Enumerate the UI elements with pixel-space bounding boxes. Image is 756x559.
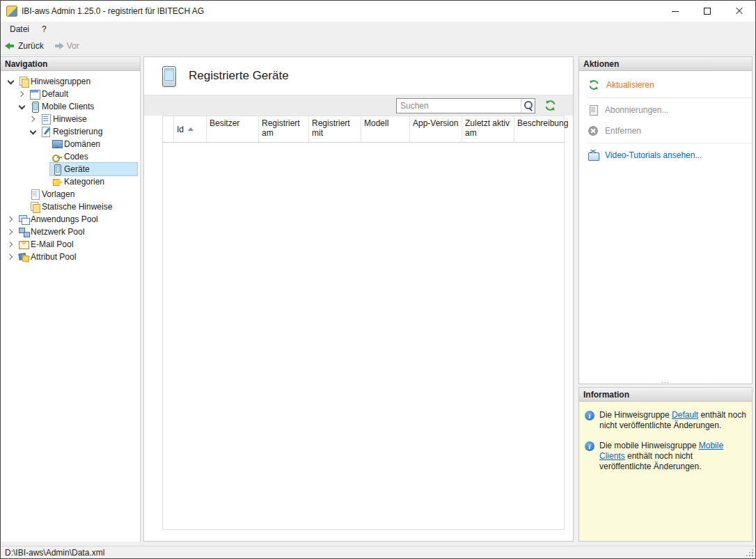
information-panel: Information Die Hinweisgruppe Default en…: [578, 387, 753, 542]
maximize-icon: [704, 8, 711, 15]
tree-item-netzwerk-pool[interactable]: Netzwerk Pool: [1, 226, 140, 238]
tree-item-vorlagen[interactable]: Vorlagen: [1, 188, 140, 200]
search-band: [144, 95, 573, 116]
action-abonnierungen: Abonnierungen...: [579, 100, 752, 120]
statusbar: D:\IBI-aws\Admin\Data.xml: [1, 546, 755, 558]
action-aktualisieren[interactable]: Aktualisieren: [579, 74, 752, 96]
navigation-panel: Navigation Hinweisgruppen Default: [1, 56, 141, 542]
info-icon: [585, 411, 594, 420]
actions-header: Aktionen: [579, 57, 752, 71]
page-title: Registrierte Geräte: [189, 69, 289, 83]
separator: [588, 97, 752, 98]
window-controls: [659, 1, 755, 22]
action-entfernen: Entfernen: [579, 120, 752, 141]
tree-item-attribut-pool[interactable]: Attribut Pool: [1, 251, 140, 263]
column-header-app-version[interactable]: App-Version: [410, 116, 462, 142]
arrow-left-icon: [5, 40, 15, 52]
menu-datei[interactable]: Datei: [3, 22, 36, 36]
maximize-button[interactable]: [691, 1, 723, 22]
chevron-right-icon[interactable]: [5, 239, 16, 250]
sort-ascending-icon: [188, 127, 194, 131]
mail-icon: [18, 239, 29, 250]
forward-label: Vor: [67, 41, 79, 51]
column-header-modell[interactable]: Modell: [361, 116, 410, 142]
menu-help[interactable]: ?: [36, 22, 53, 36]
tree-item-label: Vorlagen: [42, 189, 74, 199]
tree-item-registrierung[interactable]: Registrierung: [1, 125, 140, 138]
info-note: Die mobile Hinweisgruppe Mobile Clients …: [585, 441, 746, 472]
tree-item-kategorien[interactable]: Kategorien: [1, 175, 140, 188]
column-header-registriert-mit[interactable]: Registriert mit: [309, 116, 361, 142]
search-icon[interactable]: [521, 99, 535, 113]
tag-icon: [52, 176, 63, 187]
chevron-right-icon[interactable]: [5, 226, 16, 237]
tree-item-label: E-Mail Pool: [31, 239, 73, 249]
tree-item-email-pool[interactable]: E-Mail Pool: [1, 238, 140, 251]
navigation-tree: Hinweisgruppen Default Mobile Clients: [1, 71, 140, 542]
chevron-right-icon[interactable]: [5, 214, 16, 225]
chevron-right-icon[interactable]: [16, 88, 27, 100]
tree-item-domaenen[interactable]: Domänen: [1, 138, 140, 150]
indent-spacer: [38, 176, 49, 187]
tree-item-label: Codes: [64, 152, 88, 162]
toolbar: Zurück Vor: [1, 37, 755, 55]
indent-spacer: [16, 189, 27, 200]
refresh-icon[interactable]: [544, 100, 556, 112]
arrow-right-icon: [54, 40, 64, 52]
hint-groups-icon: [29, 201, 40, 212]
tree-item-label: Netzwerk Pool: [31, 227, 84, 237]
tree-item-anwendungs-pool[interactable]: Anwendungs Pool: [1, 213, 140, 226]
registration-icon: [40, 126, 52, 137]
main-panel: Registrierte Geräte: [143, 56, 574, 542]
chevron-down-icon[interactable]: [16, 101, 27, 112]
column-header-besitzer[interactable]: Besitzer: [207, 116, 259, 142]
devices-icon: [159, 65, 178, 87]
chevron-right-icon[interactable]: [5, 251, 16, 262]
minimize-icon: [672, 11, 679, 12]
column-header-registriert-am[interactable]: Registriert am: [259, 116, 309, 142]
forward-button[interactable]: Vor: [54, 40, 79, 52]
information-header: Information: [579, 388, 752, 402]
tree-item-label: Attribut Pool: [31, 252, 76, 262]
tree-item-label: Domänen: [64, 139, 100, 149]
tree-item-hinweise[interactable]: Hinweise: [1, 113, 140, 125]
separator: [588, 143, 752, 143]
window-title: IBI-aws Admin 1.25.0 - registriert für I…: [22, 6, 655, 16]
chevron-down-icon[interactable]: [27, 126, 38, 137]
tree-item-label: Statische Hinweise: [42, 202, 112, 212]
panel-resize-handle[interactable]: ...: [579, 377, 752, 384]
remove-icon: [588, 126, 598, 136]
tree-item-hinweisgruppen[interactable]: Hinweisgruppen: [1, 75, 140, 88]
tree-item-mobile-clients[interactable]: Mobile Clients: [1, 100, 140, 113]
resize-grip-icon[interactable]: [752, 555, 753, 556]
column-header-id[interactable]: Id: [174, 116, 207, 142]
back-button[interactable]: Zurück: [5, 40, 44, 52]
menubar: Datei ?: [1, 22, 755, 37]
tree-item-codes[interactable]: Codes: [1, 150, 140, 163]
column-header-spacer: [163, 116, 174, 142]
action-label: Abonnierungen...: [605, 105, 668, 115]
tree-item-statische-hinweise[interactable]: Statische Hinweise: [1, 200, 140, 213]
note-prefix: Die mobile Hinweisgruppe: [599, 441, 699, 450]
search-input[interactable]: [397, 100, 521, 112]
chevron-right-icon[interactable]: [27, 113, 38, 125]
chevron-down-icon[interactable]: [5, 76, 16, 87]
action-video-tutorials[interactable]: Video-Tutorials ansehen...: [579, 145, 752, 166]
tree-item-default[interactable]: Default: [1, 88, 140, 100]
link-default[interactable]: Default: [672, 410, 698, 420]
close-button[interactable]: [723, 1, 755, 22]
column-header-zuletzt-aktiv-am[interactable]: Zuletzt aktiv am: [462, 116, 514, 142]
back-label: Zurück: [18, 41, 44, 51]
column-header-beschreibung[interactable]: Beschreibung: [514, 116, 571, 142]
hints-icon: [40, 113, 52, 125]
main-header: Registrierte Geräte: [144, 57, 573, 95]
attribute-icon: [18, 251, 29, 262]
actions-panel: Aktionen Aktualisieren: [578, 56, 753, 384]
action-label: Aktualisieren: [606, 80, 654, 90]
tree-item-label: Default: [42, 89, 68, 99]
table-header-row: Id Besitzer Registriert am Registriert m…: [163, 116, 564, 143]
tree-item-label: Geräte: [64, 164, 90, 174]
tree-item-geraete[interactable]: Geräte: [1, 163, 140, 175]
info-note: Die Hinweisgruppe Default enthält noch n…: [585, 410, 746, 431]
minimize-button[interactable]: [659, 1, 691, 22]
